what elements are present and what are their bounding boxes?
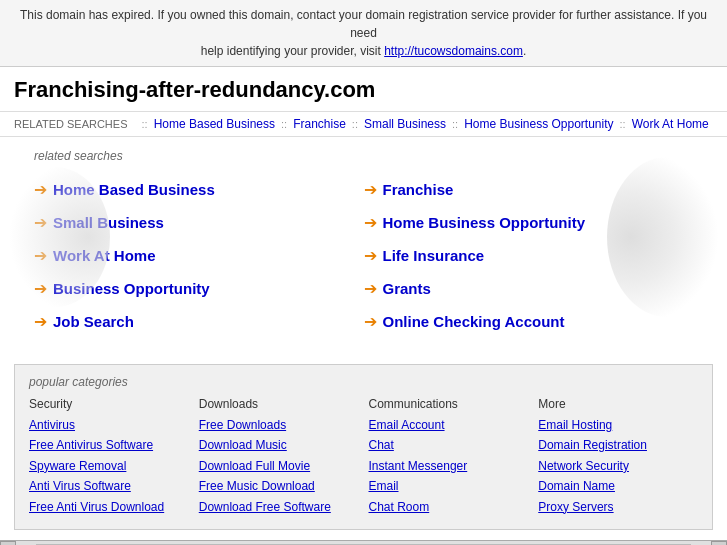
rs-link-left-2[interactable]: Work At Home: [53, 247, 156, 264]
rs-bar-label: RELATED SEARCHES: [14, 118, 128, 130]
scroll-left-btn[interactable]: ◄: [0, 541, 16, 545]
rs-arrow-icon: ➔: [34, 246, 47, 265]
rs-item-left-0: ➔ Home Based Business: [34, 173, 364, 206]
rs-arrow-icon: ➔: [34, 180, 47, 199]
rs-arrow-icon: ➔: [364, 312, 377, 331]
rs-item-left-4: ➔ Job Search: [34, 305, 364, 338]
main-content: related searches ➔ Home Based Business ➔…: [0, 137, 727, 354]
rs-bar-item-2[interactable]: Small Business: [364, 117, 446, 131]
pc-link-1-0[interactable]: Free Downloads: [199, 415, 359, 435]
rs-arrow-icon: ➔: [364, 213, 377, 232]
rs-arrow-icon: ➔: [364, 246, 377, 265]
rs-link-right-4[interactable]: Online Checking Account: [383, 313, 565, 330]
pc-grid: SecurityAntivirusFree Antivirus Software…: [29, 397, 698, 517]
rs-link-left-0[interactable]: Home Based Business: [53, 181, 215, 198]
pc-col-1: DownloadsFree DownloadsDownload MusicDow…: [199, 397, 359, 517]
pc-link-2-0[interactable]: Email Account: [369, 415, 529, 435]
rs-link-right-1[interactable]: Home Business Opportunity: [383, 214, 586, 231]
pc-col-3: MoreEmail HostingDomain RegistrationNetw…: [538, 397, 698, 517]
pc-link-3-2[interactable]: Network Security: [538, 456, 698, 476]
rs-item-right-0: ➔ Franchise: [364, 173, 694, 206]
expired-banner: This domain has expired. If you owned th…: [0, 0, 727, 67]
banner-text-line2: help identifying your provider, visit: [201, 44, 384, 58]
rs-section: related searches ➔ Home Based Business ➔…: [14, 137, 713, 354]
rs-link-right-0[interactable]: Franchise: [383, 181, 454, 198]
banner-text-line1: This domain has expired. If you owned th…: [20, 8, 707, 40]
site-title: Franchising-after-redundancy.com: [0, 67, 727, 112]
rs-item-left-1: ➔ Small Business: [34, 206, 364, 239]
rs-bar-item-0[interactable]: Home Based Business: [154, 117, 275, 131]
rs-arrow-icon: ➔: [34, 279, 47, 298]
pc-link-0-1[interactable]: Free Antivirus Software: [29, 435, 189, 455]
pc-link-2-1[interactable]: Chat: [369, 435, 529, 455]
rs-arrow-icon: ➔: [34, 312, 47, 331]
rs-link-left-4[interactable]: Job Search: [53, 313, 134, 330]
pc-link-3-4[interactable]: Proxy Servers: [538, 497, 698, 517]
rs-link-left-1[interactable]: Small Business: [53, 214, 164, 231]
rs-arrow-icon: ➔: [364, 279, 377, 298]
pc-col-0: SecurityAntivirusFree Antivirus Software…: [29, 397, 189, 517]
pc-link-1-4[interactable]: Download Free Software: [199, 497, 359, 517]
rs-heading: related searches: [34, 149, 693, 163]
rs-link-right-3[interactable]: Grants: [383, 280, 431, 297]
pc-link-2-3[interactable]: Email: [369, 476, 529, 496]
rs-arrow-icon: ➔: [34, 213, 47, 232]
pc-link-0-3[interactable]: Anti Virus Software: [29, 476, 189, 496]
pc-link-1-2[interactable]: Download Full Movie: [199, 456, 359, 476]
pc-col-title-1: Downloads: [199, 397, 359, 411]
rs-bar-item-1[interactable]: Franchise: [293, 117, 346, 131]
pc-link-0-0[interactable]: Antivirus: [29, 415, 189, 435]
rs-item-right-4: ➔ Online Checking Account: [364, 305, 694, 338]
pc-col-2: CommunicationsEmail AccountChatInstant M…: [369, 397, 529, 517]
pc-link-3-1[interactable]: Domain Registration: [538, 435, 698, 455]
pc-heading: popular categories: [29, 375, 698, 389]
pc-link-2-2[interactable]: Instant Messenger: [369, 456, 529, 476]
pc-link-0-4[interactable]: Free Anti Virus Download: [29, 497, 189, 517]
pc-link-3-3[interactable]: Domain Name: [538, 476, 698, 496]
rs-item-left-2: ➔ Work At Home: [34, 239, 364, 272]
popular-categories: popular categories SecurityAntivirusFree…: [14, 364, 713, 530]
rs-item-left-3: ➔ Business Opportunity: [34, 272, 364, 305]
pc-link-2-4[interactable]: Chat Room: [369, 497, 529, 517]
rs-grid: ➔ Home Based Business ➔ Franchise ➔ Smal…: [34, 173, 693, 338]
pc-col-title-0: Security: [29, 397, 189, 411]
pc-col-title-2: Communications: [369, 397, 529, 411]
tucows-link[interactable]: http://tucowsdomains.com: [384, 44, 523, 58]
related-searches-bar: RELATED SEARCHES :: Home Based Business …: [0, 112, 727, 137]
rs-arrow-icon: ➔: [364, 180, 377, 199]
rs-bar-item-3[interactable]: Home Business Opportunity: [464, 117, 613, 131]
rs-item-right-3: ➔ Grants: [364, 272, 694, 305]
pc-link-3-0[interactable]: Email Hosting: [538, 415, 698, 435]
rs-link-right-2[interactable]: Life Insurance: [383, 247, 485, 264]
bottom-scrollbar[interactable]: ◄ ►: [0, 540, 727, 545]
pc-link-0-2[interactable]: Spyware Removal: [29, 456, 189, 476]
rs-item-right-2: ➔ Life Insurance: [364, 239, 694, 272]
scroll-right-btn[interactable]: ►: [711, 541, 727, 545]
pc-link-1-3[interactable]: Free Music Download: [199, 476, 359, 496]
rs-link-left-3[interactable]: Business Opportunity: [53, 280, 210, 297]
pc-col-title-3: More: [538, 397, 698, 411]
pc-link-1-1[interactable]: Download Music: [199, 435, 359, 455]
rs-item-right-1: ➔ Home Business Opportunity: [364, 206, 694, 239]
rs-bar-item-4[interactable]: Work At Home: [632, 117, 709, 131]
